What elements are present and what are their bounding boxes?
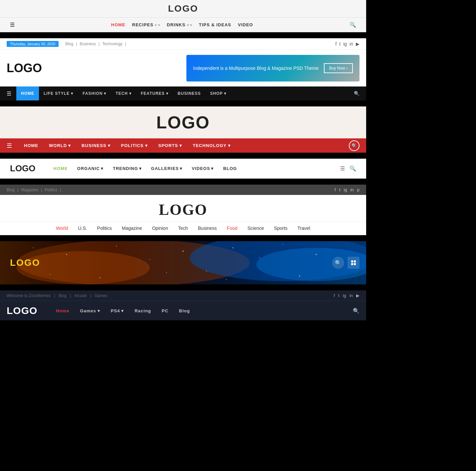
s7-bc-welcome[interactable]: Welcome to Zozothemes — [7, 293, 51, 298]
s1-nav-drinks[interactable]: DRINKS ▾ — [167, 22, 192, 27]
s4-nav-blog[interactable]: BLOG — [218, 166, 242, 171]
s7-linkedin-icon[interactable]: in — [350, 293, 353, 298]
s5-linkedin-icon[interactable]: in — [351, 187, 354, 192]
s3-nav-home[interactable]: HOME — [19, 138, 44, 153]
s5-facebook-icon[interactable]: f — [335, 187, 336, 192]
s1-nav-home[interactable]: HOME — [111, 22, 125, 27]
s3-business-chevron: ▾ — [108, 143, 111, 148]
s1-nav-video[interactable]: VIDEO — [238, 22, 253, 27]
s1-hamburger-icon[interactable]: ☰ — [10, 22, 15, 28]
s4-nav-trending[interactable]: TRENDING ▾ — [108, 166, 146, 171]
s5-subnav-sports[interactable]: Sports — [274, 226, 287, 231]
s5-bc-blog[interactable]: Blog — [7, 188, 15, 192]
s7-nav-home[interactable]: Home — [51, 308, 75, 313]
s5-bc-magazine[interactable]: Magazine — [21, 188, 38, 192]
s2-search-icon[interactable]: 🔍 — [354, 91, 359, 96]
s5-subnav-tech[interactable]: Tech — [178, 226, 188, 231]
s2-youtube-icon[interactable]: ▶ — [356, 41, 359, 47]
s7-bc-blog[interactable]: Blog — [59, 293, 67, 298]
s4-nav-organic[interactable]: ORGANIC ▾ — [73, 166, 108, 171]
s5-instagram-icon[interactable]: ig — [344, 187, 347, 192]
s3-hamburger-icon[interactable]: ☰ — [7, 142, 12, 149]
s2-breadcrumb-sep1: | — [76, 42, 77, 46]
s7-facebook-icon[interactable]: f — [334, 293, 335, 298]
s2-hamburger-icon[interactable]: ☰ — [7, 90, 11, 97]
s2-middle: LOGO Independent is a Multipurpose Blog … — [0, 50, 366, 86]
s6-icons: 🔍 — [332, 257, 359, 269]
s4-menu-icon[interactable]: ☰ — [340, 165, 345, 172]
galleries-chevron: ▾ — [180, 166, 182, 171]
s7-social-links: f t ig in ▶ — [334, 293, 360, 298]
section7-header: Welcome to Zozothemes | Blog | Arcade | … — [0, 290, 366, 320]
s7-nav-pc[interactable]: PC — [156, 308, 174, 313]
s5-subnav-world[interactable]: World — [56, 226, 68, 231]
s3-nav-technology[interactable]: TECHNOLOGY ▾ — [187, 138, 236, 153]
s1-nav-tips[interactable]: TIPS & IDEAS — [199, 22, 231, 27]
s7-youtube-icon[interactable]: ▶ — [356, 293, 359, 298]
s2-nav-features[interactable]: FEATURES ▾ — [136, 86, 173, 100]
s2-nav-shop[interactable]: SHOP ▾ — [205, 86, 231, 100]
s7-nav-racing[interactable]: Racing — [129, 308, 156, 313]
s7-bc-arcade[interactable]: Arcade — [74, 293, 87, 298]
s5-subnav-us[interactable]: U.S. — [78, 226, 87, 231]
s7-nav-games[interactable]: Games ▾ — [75, 308, 105, 313]
s2-banner: Independent is a Multipurpose Blog & Mag… — [186, 55, 359, 81]
s5-subnav-business[interactable]: Business — [198, 226, 217, 231]
s7-bc-sep3: | — [90, 293, 91, 298]
s1-navbar: ☰ HOME RECIPES ▾ DRINKS ▾ TIPS & IDEAS V… — [0, 18, 366, 32]
s2-facebook-icon[interactable]: f — [335, 41, 337, 47]
s2-breadcrumb-blog[interactable]: Blog — [65, 42, 73, 46]
s5-logo-area: LOGO — [0, 195, 366, 222]
s6-search-icon[interactable]: 🔍 — [332, 257, 344, 269]
s3-nav-business[interactable]: BUSINESS ▾ — [76, 138, 116, 153]
s2-nav-lifestyle[interactable]: LIFE STYLE ▾ — [39, 86, 78, 100]
s5-subnav-food[interactable]: Food — [227, 226, 237, 231]
s5-subnav-politics[interactable]: Politics — [97, 226, 112, 231]
s4-search-icon[interactable]: 🔍 — [350, 165, 356, 172]
s5-bc-politics[interactable]: Politics — [45, 188, 57, 192]
s2-nav-tech[interactable]: TECH ▾ — [111, 86, 136, 100]
s7-nav-blog[interactable]: Blog — [174, 308, 195, 313]
s5-subnav-travel[interactable]: Travel — [298, 226, 310, 231]
s1-nav-recipes[interactable]: RECIPES ▾ — [132, 22, 160, 27]
s6-grid-icon[interactable] — [348, 257, 359, 269]
s3-nav-sports[interactable]: SPORTS ▾ — [153, 138, 187, 153]
s7-bc-games[interactable]: Games — [95, 293, 108, 298]
s3-nav-politics[interactable]: POLITICS ▾ — [116, 138, 153, 153]
s2-nav-fashion[interactable]: FASHION ▾ — [78, 86, 111, 100]
s3-nav-world[interactable]: WORLD ▾ — [44, 138, 76, 153]
recipes-chevron-icon: ▾ — [155, 23, 160, 27]
s5-subnav-opinion[interactable]: Opinion — [152, 226, 168, 231]
s2-breadcrumb-tech[interactable]: Technology — [102, 42, 122, 46]
s2-banner-button[interactable]: Buy Now › — [324, 63, 353, 73]
s2-nav-business[interactable]: BUSINESS — [173, 86, 205, 100]
svg-point-6 — [116, 246, 117, 246]
s2-nav-home[interactable]: HOME — [16, 86, 39, 100]
s7-instagram-icon[interactable]: ig — [343, 293, 346, 298]
svg-point-10 — [233, 247, 234, 248]
s2-breadcrumb-business[interactable]: Business — [80, 42, 96, 46]
sports-chevron: ▾ — [179, 143, 182, 148]
s5-logo: LOGO — [0, 201, 366, 219]
s2-linkedin-icon[interactable]: in — [350, 41, 353, 47]
s1-search-icon[interactable]: 🔍 — [350, 22, 356, 28]
s4-nav-videos[interactable]: VIDEOS ▾ — [187, 166, 218, 171]
svg-point-19 — [299, 275, 300, 277]
section1-header: LOGO ☰ HOME RECIPES ▾ DRINKS ▾ TIPS & ID… — [0, 0, 366, 32]
s5-subnav-science[interactable]: Science — [247, 226, 264, 231]
s5-twitter-icon[interactable]: t — [339, 187, 341, 192]
s3-navbar: ☰ HOME WORLD ▾ BUSINESS ▾ POLITICS ▾ SPO… — [0, 138, 366, 153]
s4-nav-galleries[interactable]: GALLERIES ▾ — [146, 166, 187, 171]
s5-subnav-magazine[interactable]: Magazine — [122, 226, 142, 231]
s7-twitter-icon[interactable]: t — [338, 293, 340, 298]
s4-nav-home[interactable]: HOME — [49, 166, 73, 171]
s3-search-button[interactable]: 🔍 — [349, 140, 359, 151]
s2-twitter-icon[interactable]: t — [339, 41, 341, 47]
s7-breadcrumb: Welcome to Zozothemes | Blog | Arcade | … — [7, 293, 108, 298]
s7-search-icon[interactable]: 🔍 — [353, 308, 359, 314]
s4-nav: HOME ORGANIC ▾ TRENDING ▾ GALLERIES ▾ VI… — [49, 166, 340, 171]
s5-pinterest-icon[interactable]: p — [357, 187, 359, 192]
svg-point-8 — [182, 250, 184, 252]
s2-instagram-icon[interactable]: ig — [343, 41, 347, 47]
s7-nav-ps4[interactable]: PS4 ▾ — [106, 308, 129, 313]
